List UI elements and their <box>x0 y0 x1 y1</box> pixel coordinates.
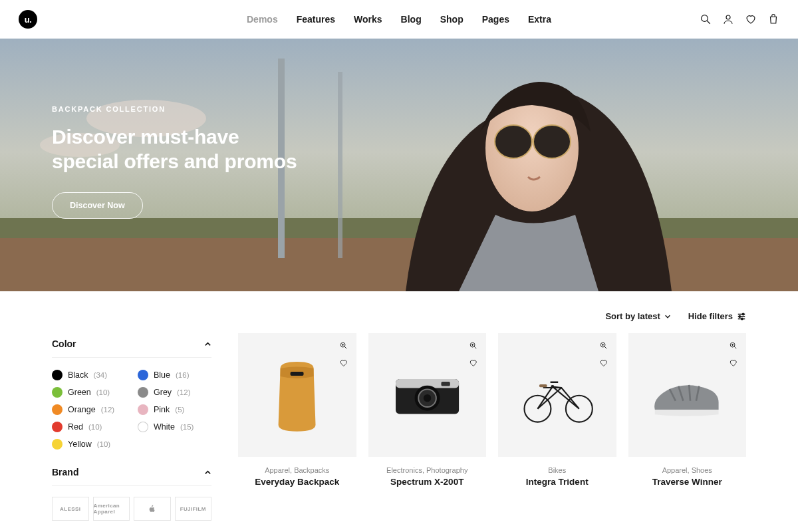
discover-button[interactable]: Discover Now <box>52 192 143 219</box>
color-filter-grey[interactable]: Grey (12) <box>138 387 211 398</box>
nav-features[interactable]: Features <box>297 14 335 25</box>
quickview-icon[interactable] <box>467 340 479 352</box>
nav-shop[interactable]: Shop <box>440 14 464 25</box>
hero-title: Discover must-have special offers and pr… <box>52 125 346 174</box>
svg-line-46 <box>734 346 736 348</box>
color-swatch-icon <box>138 404 148 415</box>
color-count: (10) <box>97 440 110 448</box>
nav-extra[interactable]: Extra <box>528 14 551 25</box>
product-categories: Apparel, Backpacks <box>238 466 356 474</box>
hero-title-line1: Discover must-have <box>52 126 239 148</box>
chevron-down-icon <box>664 313 671 320</box>
color-swatch-icon <box>52 422 63 432</box>
wishlist-icon[interactable] <box>598 357 610 369</box>
color-filter-blue[interactable]: Blue (16) <box>138 370 211 380</box>
product-categories: Apparel, Shoes <box>628 466 747 474</box>
color-filter-red[interactable]: Red (10) <box>52 422 126 432</box>
wishlist-icon[interactable] <box>728 357 739 369</box>
color-filter-black[interactable]: Black (34) <box>52 370 126 380</box>
color-count: (12) <box>101 406 114 414</box>
filter-color-head[interactable]: Color <box>52 338 211 358</box>
color-count: (10) <box>88 423 102 431</box>
product-card[interactable]: Bikes Integra Trident <box>498 333 616 521</box>
color-count: (34) <box>94 371 107 379</box>
svg-point-0 <box>702 15 708 22</box>
svg-rect-24 <box>291 372 304 376</box>
color-filter-pink[interactable]: Pink (5) <box>138 404 211 415</box>
cart-icon[interactable] <box>767 13 779 25</box>
chevron-up-icon <box>204 340 211 348</box>
svg-point-2 <box>726 15 730 19</box>
shop-main: Color Black (34)Blue (16)Green (10)Grey … <box>0 333 798 532</box>
color-swatch-icon <box>52 387 63 398</box>
product-card[interactable]: Apparel, Shoes Traverse Winner <box>628 333 747 521</box>
color-swatch-icon <box>52 439 63 450</box>
color-filter-green[interactable]: Green (10) <box>52 387 126 398</box>
product-image <box>498 333 616 457</box>
color-filter-yellow[interactable]: Yellow (10) <box>52 439 126 450</box>
product-card[interactable]: Electronics, Photography Spectrum X-200T <box>368 333 487 521</box>
svg-point-19 <box>741 318 743 319</box>
wishlist-icon[interactable] <box>745 13 757 25</box>
product-categories: Bikes <box>498 466 616 474</box>
nav-demos[interactable]: Demos <box>247 14 278 25</box>
logo[interactable]: u. <box>19 10 37 29</box>
product-title: Traverse Winner <box>628 477 747 487</box>
shop-toolbar: Sort by latest Hide filters <box>0 291 798 333</box>
svg-line-36 <box>604 346 606 348</box>
header-actions <box>700 13 779 25</box>
svg-rect-34 <box>441 382 450 386</box>
color-count: (5) <box>175 406 184 414</box>
nav-blog[interactable]: Blog <box>401 14 422 25</box>
color-filter-orange[interactable]: Orange (12) <box>52 404 126 415</box>
nav-works[interactable]: Works <box>354 14 382 25</box>
account-icon[interactable] <box>722 13 734 25</box>
brand-filter[interactable] <box>134 497 171 521</box>
filter-brand-title: Brand <box>52 467 78 477</box>
hide-filters-toggle[interactable]: Hide filters <box>688 311 746 321</box>
color-count: (12) <box>177 388 190 396</box>
svg-point-18 <box>739 315 740 317</box>
quickview-icon[interactable] <box>338 340 350 352</box>
svg-point-17 <box>742 313 743 315</box>
svg-point-11 <box>495 125 532 158</box>
brand-filter[interactable]: FUJIFILM <box>175 497 212 521</box>
svg-point-33 <box>424 394 431 402</box>
filter-color-title: Color <box>52 338 76 349</box>
product-grid: Apparel, Backpacks Everyday Backpack Ele… <box>238 333 746 521</box>
nav-pages[interactable]: Pages <box>482 14 509 25</box>
color-name: Grey <box>154 388 172 397</box>
wishlist-icon[interactable] <box>338 357 350 369</box>
color-name: Yellow <box>68 440 92 449</box>
product-title: Spectrum X-200T <box>368 477 487 487</box>
product-title: Everyday Backpack <box>238 477 356 487</box>
quickview-icon[interactable] <box>728 340 739 352</box>
svg-point-43 <box>551 385 555 388</box>
filter-brand-head[interactable]: Brand <box>52 467 211 486</box>
color-count: (10) <box>96 388 110 396</box>
quickview-icon[interactable] <box>598 340 610 352</box>
color-name: Blue <box>154 370 170 380</box>
apple-icon <box>148 504 157 513</box>
search-icon[interactable] <box>700 13 712 25</box>
product-image <box>238 333 356 457</box>
color-swatch-icon <box>52 404 63 415</box>
brand-filter[interactable]: American Apparel <box>93 497 130 521</box>
hero-eyebrow: BACKPACK COLLECTION <box>52 105 346 113</box>
svg-rect-44 <box>539 384 547 387</box>
product-card[interactable]: Apparel, Backpacks Everyday Backpack <box>238 333 356 521</box>
svg-line-21 <box>344 346 346 348</box>
color-swatch-icon <box>138 370 148 380</box>
wishlist-icon[interactable] <box>467 357 479 369</box>
color-count: (16) <box>176 371 189 379</box>
color-name: Red <box>68 422 83 432</box>
main-nav: Demos Features Works Blog Shop Pages Ext… <box>247 14 551 25</box>
brand-filter[interactable]: ALESSI <box>52 497 89 521</box>
svg-point-12 <box>533 125 571 158</box>
sort-dropdown[interactable]: Sort by latest <box>605 311 670 321</box>
filters-sidebar: Color Black (34)Blue (16)Green (10)Grey … <box>52 333 211 521</box>
sort-label: Sort by latest <box>605 311 660 321</box>
header: u. Demos Features Works Blog Shop Pages … <box>0 0 798 39</box>
color-filter-white[interactable]: White (15) <box>138 422 211 432</box>
product-categories: Electronics, Photography <box>368 466 487 474</box>
